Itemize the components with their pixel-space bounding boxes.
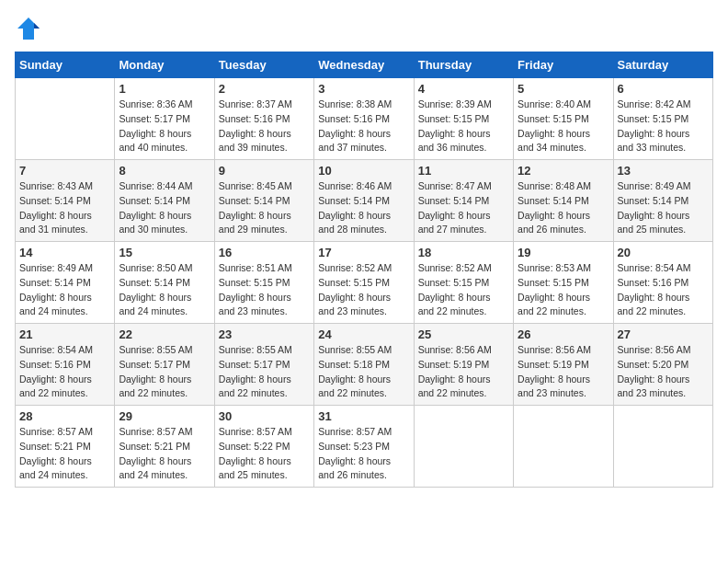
calendar-week-row: 1Sunrise: 8:36 AM Sunset: 5:17 PM Daylig… — [16, 78, 713, 160]
day-info: Sunrise: 8:54 AM Sunset: 5:16 PM Dayligh… — [618, 261, 709, 319]
day-number: 9 — [219, 164, 310, 178]
calendar-cell: 25Sunrise: 8:56 AM Sunset: 5:19 PM Dayli… — [414, 324, 513, 406]
day-number: 11 — [418, 164, 509, 178]
calendar-cell: 9Sunrise: 8:45 AM Sunset: 5:14 PM Daylig… — [214, 160, 313, 242]
weekday-header: Saturday — [613, 52, 712, 78]
day-info: Sunrise: 8:39 AM Sunset: 5:15 PM Dayligh… — [418, 98, 509, 155]
calendar-cell: 18Sunrise: 8:52 AM Sunset: 5:15 PM Dayli… — [414, 242, 513, 324]
calendar-cell — [514, 406, 613, 488]
day-info: Sunrise: 8:56 AM Sunset: 5:19 PM Dayligh… — [518, 343, 609, 401]
calendar-cell: 19Sunrise: 8:53 AM Sunset: 5:15 PM Dayli… — [514, 242, 613, 324]
calendar-cell: 23Sunrise: 8:55 AM Sunset: 5:17 PM Dayli… — [214, 324, 313, 406]
day-info: Sunrise: 8:50 AM Sunset: 5:14 PM Dayligh… — [119, 261, 210, 319]
calendar-cell — [16, 78, 115, 160]
weekday-header: Sunday — [16, 52, 115, 78]
day-number: 16 — [219, 246, 310, 259]
calendar-cell: 12Sunrise: 8:48 AM Sunset: 5:14 PM Dayli… — [514, 160, 613, 242]
day-number: 31 — [318, 409, 409, 423]
day-number: 4 — [418, 82, 509, 96]
day-info: Sunrise: 8:55 AM Sunset: 5:17 PM Dayligh… — [219, 343, 310, 401]
calendar-cell: 31Sunrise: 8:57 AM Sunset: 5:23 PM Dayli… — [314, 406, 414, 488]
calendar-week-row: 14Sunrise: 8:49 AM Sunset: 5:14 PM Dayli… — [16, 242, 713, 324]
day-number: 25 — [418, 327, 509, 341]
day-number: 14 — [19, 246, 110, 259]
day-info: Sunrise: 8:57 AM Sunset: 5:21 PM Dayligh… — [19, 425, 110, 483]
day-number: 10 — [318, 164, 409, 178]
calendar-cell: 21Sunrise: 8:54 AM Sunset: 5:16 PM Dayli… — [16, 324, 115, 406]
calendar-cell: 26Sunrise: 8:56 AM Sunset: 5:19 PM Dayli… — [514, 324, 613, 406]
calendar-cell: 17Sunrise: 8:52 AM Sunset: 5:15 PM Dayli… — [314, 242, 414, 324]
day-info: Sunrise: 8:45 AM Sunset: 5:14 PM Dayligh… — [219, 179, 310, 237]
day-number: 8 — [119, 164, 210, 178]
day-number: 29 — [119, 409, 210, 423]
day-info: Sunrise: 8:57 AM Sunset: 5:22 PM Dayligh… — [219, 425, 310, 483]
day-number: 7 — [19, 164, 110, 178]
calendar-cell: 11Sunrise: 8:47 AM Sunset: 5:14 PM Dayli… — [414, 160, 513, 242]
day-number: 17 — [318, 246, 409, 259]
calendar-cell: 20Sunrise: 8:54 AM Sunset: 5:16 PM Dayli… — [613, 242, 712, 324]
day-info: Sunrise: 8:57 AM Sunset: 5:21 PM Dayligh… — [119, 425, 210, 483]
day-number: 27 — [618, 327, 709, 341]
day-info: Sunrise: 8:55 AM Sunset: 5:17 PM Dayligh… — [119, 343, 210, 401]
weekday-header: Wednesday — [314, 52, 414, 78]
calendar-cell: 5Sunrise: 8:40 AM Sunset: 5:15 PM Daylig… — [514, 78, 613, 160]
day-info: Sunrise: 8:57 AM Sunset: 5:23 PM Dayligh… — [318, 425, 409, 483]
day-info: Sunrise: 8:43 AM Sunset: 5:14 PM Dayligh… — [19, 179, 110, 237]
day-number: 28 — [19, 409, 110, 423]
day-number: 20 — [618, 246, 709, 259]
calendar-cell: 16Sunrise: 8:51 AM Sunset: 5:15 PM Dayli… — [214, 242, 313, 324]
day-info: Sunrise: 8:53 AM Sunset: 5:15 PM Dayligh… — [518, 261, 609, 319]
day-info: Sunrise: 8:44 AM Sunset: 5:14 PM Dayligh… — [119, 179, 210, 237]
day-info: Sunrise: 8:49 AM Sunset: 5:14 PM Dayligh… — [618, 179, 709, 237]
day-info: Sunrise: 8:51 AM Sunset: 5:15 PM Dayligh… — [219, 261, 310, 319]
day-number: 2 — [219, 82, 310, 96]
day-info: Sunrise: 8:48 AM Sunset: 5:14 PM Dayligh… — [518, 179, 609, 237]
calendar-cell: 27Sunrise: 8:56 AM Sunset: 5:20 PM Dayli… — [613, 324, 712, 406]
calendar-body: 1Sunrise: 8:36 AM Sunset: 5:17 PM Daylig… — [16, 78, 713, 488]
day-number: 26 — [518, 327, 609, 341]
day-info: Sunrise: 8:47 AM Sunset: 5:14 PM Dayligh… — [418, 179, 509, 237]
weekday-header: Thursday — [414, 52, 513, 78]
day-info: Sunrise: 8:42 AM Sunset: 5:15 PM Dayligh… — [618, 98, 709, 155]
calendar-cell: 13Sunrise: 8:49 AM Sunset: 5:14 PM Dayli… — [613, 160, 712, 242]
weekday-header: Friday — [514, 52, 613, 78]
page-header — [15, 15, 713, 42]
calendar-week-row: 7Sunrise: 8:43 AM Sunset: 5:14 PM Daylig… — [16, 160, 713, 242]
day-info: Sunrise: 8:52 AM Sunset: 5:15 PM Dayligh… — [418, 261, 509, 319]
day-info: Sunrise: 8:38 AM Sunset: 5:16 PM Dayligh… — [318, 98, 409, 155]
logo — [15, 15, 44, 42]
day-number: 1 — [119, 82, 210, 96]
day-number: 3 — [318, 82, 409, 96]
day-info: Sunrise: 8:56 AM Sunset: 5:19 PM Dayligh… — [418, 343, 509, 401]
calendar-table: SundayMondayTuesdayWednesdayThursdayFrid… — [15, 52, 713, 488]
calendar-cell: 8Sunrise: 8:44 AM Sunset: 5:14 PM Daylig… — [115, 160, 214, 242]
day-number: 21 — [19, 327, 110, 341]
day-info: Sunrise: 8:56 AM Sunset: 5:20 PM Dayligh… — [618, 343, 709, 401]
calendar-week-row: 21Sunrise: 8:54 AM Sunset: 5:16 PM Dayli… — [16, 324, 713, 406]
day-info: Sunrise: 8:40 AM Sunset: 5:15 PM Dayligh… — [518, 98, 609, 155]
calendar-cell: 24Sunrise: 8:55 AM Sunset: 5:18 PM Dayli… — [314, 324, 414, 406]
weekday-header: Tuesday — [214, 52, 313, 78]
calendar-cell: 1Sunrise: 8:36 AM Sunset: 5:17 PM Daylig… — [115, 78, 214, 160]
day-number: 15 — [119, 246, 210, 259]
calendar-cell: 14Sunrise: 8:49 AM Sunset: 5:14 PM Dayli… — [16, 242, 115, 324]
calendar-cell: 7Sunrise: 8:43 AM Sunset: 5:14 PM Daylig… — [16, 160, 115, 242]
svg-marker-1 — [34, 23, 40, 29]
calendar-cell: 15Sunrise: 8:50 AM Sunset: 5:14 PM Dayli… — [115, 242, 214, 324]
calendar-cell: 22Sunrise: 8:55 AM Sunset: 5:17 PM Dayli… — [115, 324, 214, 406]
calendar-cell: 29Sunrise: 8:57 AM Sunset: 5:21 PM Dayli… — [115, 406, 214, 488]
day-info: Sunrise: 8:52 AM Sunset: 5:15 PM Dayligh… — [318, 261, 409, 319]
calendar-cell: 10Sunrise: 8:46 AM Sunset: 5:14 PM Dayli… — [314, 160, 414, 242]
day-number: 12 — [518, 164, 609, 178]
day-number: 24 — [318, 327, 409, 341]
calendar-cell: 28Sunrise: 8:57 AM Sunset: 5:21 PM Dayli… — [16, 406, 115, 488]
calendar-cell: 2Sunrise: 8:37 AM Sunset: 5:16 PM Daylig… — [214, 78, 313, 160]
day-info: Sunrise: 8:55 AM Sunset: 5:18 PM Dayligh… — [318, 343, 409, 401]
weekday-header: Monday — [115, 52, 214, 78]
day-info: Sunrise: 8:46 AM Sunset: 5:14 PM Dayligh… — [318, 179, 409, 237]
day-number: 23 — [219, 327, 310, 341]
day-number: 19 — [518, 246, 609, 259]
calendar-week-row: 28Sunrise: 8:57 AM Sunset: 5:21 PM Dayli… — [16, 406, 713, 488]
day-info: Sunrise: 8:36 AM Sunset: 5:17 PM Dayligh… — [119, 98, 210, 155]
calendar-header-row: SundayMondayTuesdayWednesdayThursdayFrid… — [16, 52, 713, 78]
